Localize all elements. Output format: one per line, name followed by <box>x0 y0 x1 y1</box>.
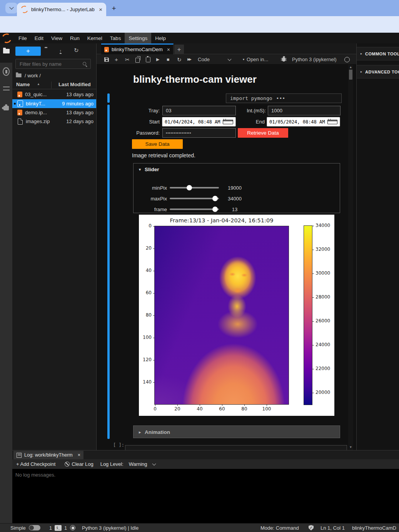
simple-mode-toggle[interactable] <box>29 524 40 532</box>
terminals-count[interactable]: 1 <box>49 524 52 532</box>
clear-log-button[interactable]: Clear Log <box>65 461 93 467</box>
restart-run-all-button[interactable]: ▶▶ <box>187 57 190 62</box>
x-tick-label: 0 <box>149 406 161 412</box>
file-filter-input[interactable] <box>19 61 80 67</box>
close-icon[interactable]: × <box>78 452 80 458</box>
save-data-button[interactable]: Save Data <box>132 139 183 149</box>
cell-collapser[interactable] <box>107 105 110 439</box>
menu-help[interactable]: Help <box>151 33 170 43</box>
animation-accordion-header[interactable]: ▸ Animation <box>134 426 340 439</box>
retrieve-data-button[interactable]: Retrieve Data <box>238 128 288 138</box>
calendar-icon[interactable] <box>327 120 338 124</box>
expand-ellipsis[interactable]: ••• <box>276 95 285 101</box>
frame-slider-handle[interactable] <box>212 207 218 212</box>
interval-input[interactable] <box>268 106 341 115</box>
file-filter[interactable] <box>15 59 91 69</box>
status-bar: Simple 1 $_ 1 Python 3 (ipykernel) | Idl… <box>0 523 399 532</box>
common-tools-section[interactable]: ▸ COMMON TOOLS <box>357 47 399 60</box>
save-button[interactable] <box>104 57 109 62</box>
thermal-plot: Frame:13/13 - Jan-04-2024, 16:51:09 0 20… <box>139 215 334 416</box>
notebook-scrollbar[interactable]: ▲ ▼ <box>348 65 353 450</box>
column-divider[interactable] <box>51 82 52 88</box>
sort-caret-icon[interactable]: ▲ <box>37 82 40 86</box>
run-cell-button[interactable]: ▶ <box>156 57 159 62</box>
interrupt-kernel-button[interactable]: ■ <box>167 57 169 62</box>
file-row-images-zip[interactable]: images.zip 12 days ago <box>12 117 96 126</box>
refresh-files-button[interactable]: ↻ <box>74 47 79 53</box>
debugger-button[interactable] <box>282 57 285 62</box>
maxpix-slider-handle[interactable] <box>212 196 218 201</box>
menu-edit[interactable]: Edit <box>31 33 47 43</box>
menu-run[interactable]: Run <box>66 33 83 43</box>
breadcrumb[interactable]: / work / <box>15 72 41 79</box>
extension-manager-tab[interactable] <box>3 106 10 110</box>
paste-cells-button[interactable] <box>146 57 150 62</box>
open-in-dropdown[interactable]: ▾Open in... <box>243 57 268 62</box>
collapsed-code-cell[interactable]: import pymongo ••• <box>226 93 342 103</box>
caret-down-icon: ▾ <box>243 58 244 61</box>
cell-type-chevron-icon[interactable] <box>228 57 231 62</box>
add-cell-button[interactable]: + <box>115 57 118 62</box>
menu-settings[interactable]: Settings <box>125 33 151 43</box>
log-tab[interactable]: Log: work/blinkyTherm × <box>13 451 83 459</box>
column-name[interactable]: Name <box>16 82 30 87</box>
interval-label: Int.(mS): <box>231 106 266 115</box>
trust-shield-icon: ✓ <box>309 524 314 532</box>
tab-search-button[interactable] <box>5 3 18 13</box>
simple-mode-label: Simple <box>10 524 26 532</box>
start-datetime-input[interactable]: 01/04/2024, 08:48 AM <box>162 117 236 127</box>
table-of-contents-tab[interactable] <box>3 87 10 92</box>
file-browser-tab[interactable] <box>3 49 10 53</box>
password-input[interactable] <box>162 128 236 138</box>
restart-kernel-button[interactable]: ↻ <box>177 57 182 62</box>
y-tick-label: 100 <box>139 335 152 340</box>
menu-kernel[interactable]: Kernel <box>83 33 106 43</box>
menu-tabs[interactable]: Tabs <box>106 33 125 43</box>
breadcrumb-path[interactable]: / work / <box>25 73 41 78</box>
log-level-select[interactable]: Warning <box>129 461 147 467</box>
browser-toolbar: ← → ↻ notebook.blinky-lite-box-01.com/la… <box>0 16 399 33</box>
running-sessions-tab[interactable] <box>3 67 10 76</box>
column-modified[interactable]: Last Modified <box>58 82 91 87</box>
menu-file[interactable]: File <box>15 33 31 43</box>
animation-accordion[interactable]: ▸ Animation <box>133 425 340 438</box>
minpix-slider-track[interactable] <box>170 187 219 188</box>
home-folder-icon[interactable] <box>16 73 21 77</box>
file-row-blinky-selected[interactable]: blinkyT... 9 minutes ago <box>12 99 96 108</box>
add-tab-button[interactable]: + <box>174 45 184 54</box>
new-tab-button[interactable]: + <box>109 4 119 13</box>
cell-collapser[interactable] <box>107 93 110 103</box>
terminal-icon[interactable]: $_ <box>55 524 62 532</box>
y-tick-label: 140 <box>139 379 152 385</box>
kernel-status-text[interactable]: Python 3 (ipykernel) | Idle <box>82 524 139 532</box>
scroll-down-icon[interactable]: ▼ <box>349 446 352 449</box>
file-row-03-quick[interactable]: 03_quic... 13 days ago <box>12 90 96 99</box>
scroll-up-icon[interactable]: ▲ <box>349 66 352 69</box>
empty-code-cell[interactable] <box>125 445 347 450</box>
tray-input[interactable] <box>162 106 236 115</box>
paste-icon <box>146 57 150 62</box>
copy-cells-button[interactable] <box>135 57 140 62</box>
frame-slider-track[interactable] <box>170 208 219 210</box>
chevron-down-icon[interactable] <box>152 462 156 465</box>
minpix-slider-handle[interactable] <box>187 185 192 190</box>
scrollbar-thumb[interactable] <box>349 70 352 80</box>
cell-type-select[interactable]: Code <box>198 57 210 62</box>
kernels-count[interactable]: 1 <box>64 524 67 532</box>
add-checkpoint-button[interactable]: + Add Checkpoint <box>16 461 55 467</box>
slider-accordion-header[interactable]: ▾ Slider <box>134 163 340 175</box>
tab-close-icon[interactable]: × <box>99 7 102 12</box>
menu-view[interactable]: View <box>47 33 66 43</box>
cut-cells-button[interactable]: ✂ <box>125 57 130 62</box>
end-datetime-input[interactable]: 01/05/2024, 08:48 AM <box>267 117 340 127</box>
close-icon[interactable]: × <box>167 47 170 53</box>
file-row-demo[interactable]: demo.ip... 13 days ago <box>12 108 96 117</box>
upload-button[interactable]: ↑ <box>59 47 62 54</box>
maxpix-slider-track[interactable] <box>170 198 219 199</box>
browser-tab[interactable]: blinkyThermo... - JupyterLab × <box>17 3 106 16</box>
kernel-sessions-icon[interactable] <box>70 524 75 532</box>
notebook-tab[interactable]: blinkyThermoCamDem × <box>101 43 174 54</box>
kernel-name[interactable]: Python 3 (ipykernel) <box>292 57 337 62</box>
advanced-tools-section[interactable]: ▸ ADVANCED TOOLS <box>357 65 399 78</box>
new-launcher-button[interactable]: + <box>15 47 41 56</box>
